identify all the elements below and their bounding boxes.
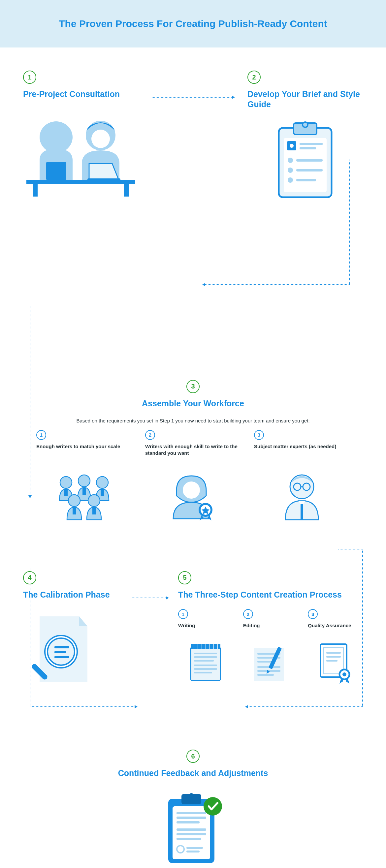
svg-point-88 [204, 797, 222, 815]
sub-text: Writing [178, 622, 233, 636]
expert-icon [254, 471, 350, 522]
svg-rect-30 [72, 507, 76, 515]
sub-badge: 3 [308, 609, 318, 619]
svg-rect-39 [54, 646, 69, 648]
sub-text: Editing [243, 622, 298, 636]
sub-text: Quality Assurance [308, 622, 363, 636]
consultation-icon [23, 111, 139, 198]
header-band: The Proven Process For Creating Publish-… [0, 0, 386, 48]
svg-rect-17 [296, 159, 323, 162]
sub-badge: 3 [254, 430, 264, 440]
connector [203, 284, 350, 285]
svg-rect-80 [177, 816, 206, 819]
svg-rect-81 [177, 821, 200, 824]
svg-rect-83 [177, 833, 206, 835]
step-3-item-2: 2 Writers with enough skill to write to … [145, 430, 241, 522]
step-3-title: Assemble Your Workforce [23, 398, 363, 409]
notepad-icon [178, 642, 233, 684]
svg-rect-4 [46, 162, 66, 180]
step-6-title: Continued Feedback and Adjustments [23, 768, 363, 778]
step-1-title: Pre-Project Consultation [23, 89, 139, 99]
svg-rect-71 [326, 656, 341, 658]
svg-rect-59 [194, 672, 212, 674]
svg-point-3 [39, 121, 72, 153]
svg-rect-19 [296, 169, 323, 172]
step-3-badge: 3 [186, 380, 200, 393]
svg-rect-58 [194, 668, 217, 670]
svg-rect-87 [186, 850, 200, 852]
step-2: 2 Develop Your Brief and Style Guide [247, 70, 363, 202]
svg-rect-79 [177, 812, 206, 814]
svg-rect-55 [194, 656, 217, 658]
svg-point-74 [343, 673, 347, 676]
step-3-item-1: 1 Enough writers to match your scale [36, 430, 132, 522]
svg-point-32 [183, 482, 200, 499]
row-steps-1-2: 1 Pre-Project Consultation [23, 70, 363, 202]
svg-point-6 [91, 130, 110, 148]
step-3-items: 1 Enough writers to match your scale [36, 430, 350, 522]
arrow-right-icon [132, 597, 168, 692]
svg-rect-72 [326, 660, 337, 661]
step-4: 4 The Calibration Phase [23, 571, 122, 692]
connector [30, 706, 137, 707]
sub-badge: 2 [145, 430, 155, 440]
step-5-item-3: 3 Quality Assurance [308, 609, 363, 686]
connector [338, 549, 363, 550]
sub-text: Subject matter experts (as needed) [254, 443, 350, 464]
clipboard-check-icon [23, 792, 363, 868]
page-title: The Proven Process For Creating Publish-… [7, 18, 379, 29]
step-5: 5 The Three-Step Content Creation Proces… [178, 571, 363, 692]
step-4-badge: 4 [23, 571, 36, 584]
team-icon [36, 471, 132, 522]
skilled-writer-icon [145, 471, 241, 522]
svg-rect-45 [191, 647, 220, 680]
svg-rect-40 [54, 651, 66, 653]
diagram-content: 1 Pre-Project Consultation [0, 48, 386, 868]
svg-rect-56 [194, 660, 214, 661]
svg-rect-38 [301, 504, 303, 520]
svg-point-13 [290, 144, 294, 148]
sub-text: Writers with enough skill to write to th… [145, 443, 241, 464]
step-5-item-1: 1 Writing [178, 609, 233, 686]
svg-point-26 [88, 495, 100, 506]
clipboard-icon [247, 121, 363, 202]
step-1-badge: 1 [23, 70, 36, 84]
step-2-badge: 2 [247, 70, 261, 84]
sub-badge: 1 [178, 609, 188, 619]
svg-rect-21 [296, 179, 316, 181]
arrow-right-icon [152, 97, 234, 202]
svg-rect-14 [300, 143, 323, 145]
svg-rect-82 [177, 829, 206, 831]
svg-rect-57 [194, 664, 217, 666]
step-3-item-3: 3 Subject matter experts (as needed) [254, 430, 350, 522]
svg-rect-41 [54, 656, 69, 658]
svg-rect-15 [300, 147, 316, 149]
svg-point-23 [78, 475, 90, 487]
svg-point-20 [288, 178, 293, 183]
svg-rect-2 [124, 184, 129, 196]
sub-badge: 1 [36, 430, 46, 440]
svg-rect-84 [177, 838, 201, 840]
sub-badge: 2 [243, 609, 253, 619]
step-5-title: The Three-Step Content Creation Process [178, 590, 363, 600]
svg-rect-54 [194, 653, 217, 654]
svg-point-16 [288, 158, 293, 163]
step-3: 3 Assemble Your Workforce Based on the r… [23, 380, 363, 522]
sub-text: Enough writers to match your scale [36, 443, 132, 464]
svg-rect-31 [92, 507, 96, 515]
connector [246, 706, 363, 707]
svg-point-24 [96, 476, 108, 488]
svg-point-22 [60, 476, 72, 488]
svg-rect-86 [186, 847, 203, 849]
svg-point-25 [68, 495, 80, 506]
svg-rect-29 [100, 489, 104, 496]
magnify-document-icon [23, 612, 122, 692]
svg-point-77 [189, 793, 194, 798]
svg-rect-1 [33, 184, 38, 196]
step-2-title: Develop Your Brief and Style Guide [247, 89, 363, 110]
svg-rect-7 [87, 178, 120, 181]
step-5-items: 1 Writing 2 Editing [178, 609, 363, 686]
step-3-intro: Based on the requirements you set in Ste… [23, 418, 363, 424]
svg-point-18 [288, 167, 293, 173]
step-1: 1 Pre-Project Consultation [23, 70, 139, 202]
